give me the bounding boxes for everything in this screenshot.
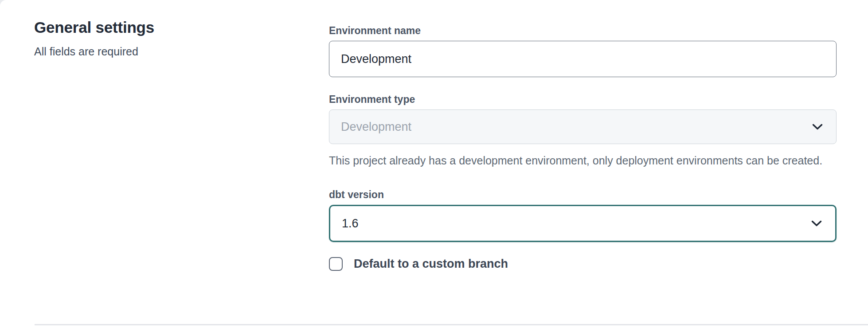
custom-branch-checkbox[interactable] [329,257,343,271]
environment-name-input[interactable] [329,41,837,77]
page-subtitle: All fields are required [34,45,300,58]
page-title: General settings [34,18,300,37]
dbt-version-select[interactable]: 1.6 [329,205,837,242]
chevron-down-icon [811,220,822,227]
environment-type-help-text: This project already has a development e… [329,152,837,169]
dbt-version-label: dbt version [329,188,837,201]
environment-type-select: Development [329,109,837,144]
dbt-version-value: 1.6 [342,217,359,230]
settings-page: General settings All fields are required… [0,0,868,328]
custom-branch-label[interactable]: Default to a custom branch [354,257,508,271]
general-settings-form: Environment name Environment type Develo… [329,24,837,271]
custom-branch-row: Default to a custom branch [329,257,837,271]
section-divider [35,324,868,325]
settings-card: General settings All fields are required… [0,0,868,328]
environment-type-value: Development [341,120,411,134]
section-header: General settings All fields are required [34,18,300,58]
environment-type-label: Environment type [329,93,837,105]
chevron-down-icon [812,124,823,130]
environment-name-label: Environment name [329,24,837,37]
